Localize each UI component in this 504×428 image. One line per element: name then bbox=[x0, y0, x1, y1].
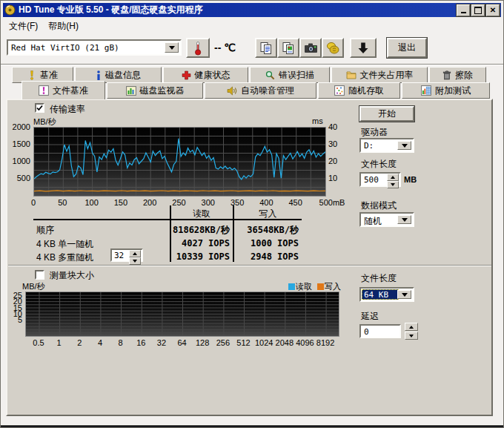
tab-error-scan[interactable]: 错误扫描 bbox=[250, 67, 330, 83]
spin-up-button[interactable] bbox=[387, 174, 399, 181]
menu-bar: 文件(F) 帮助(H) bbox=[4, 19, 500, 33]
copy-image-button[interactable] bbox=[277, 38, 299, 58]
axis-tick-label: 5 bbox=[6, 315, 22, 324]
delay-spin-down-button[interactable] bbox=[405, 332, 418, 340]
tab-label: 错误扫描 bbox=[279, 69, 314, 82]
maximize-icon bbox=[474, 7, 482, 14]
bar-chart-icon bbox=[126, 86, 136, 96]
table-header-read: 读取 bbox=[170, 208, 233, 220]
spin-up-button[interactable] bbox=[129, 250, 141, 257]
block-file-length-select[interactable]: 64 KB bbox=[359, 287, 414, 302]
menu-help[interactable]: 帮助(H) bbox=[43, 19, 84, 34]
minimize-icon bbox=[461, 12, 466, 13]
delay-value: 0 bbox=[364, 327, 369, 337]
block-size-plot bbox=[25, 292, 339, 337]
file-length-label: 文件长度 bbox=[361, 158, 397, 171]
table-row-label: 4 KB 多重随机 bbox=[36, 251, 93, 264]
tab-erase[interactable]: 擦除 bbox=[429, 67, 486, 83]
spin-down-button[interactable] bbox=[387, 181, 399, 188]
drive-select-arrow[interactable] bbox=[397, 141, 411, 150]
axis-tick-label: 200 bbox=[133, 198, 166, 207]
temperature-button[interactable] bbox=[186, 38, 210, 58]
menu-file[interactable]: 文件(F) bbox=[4, 19, 43, 34]
toolbar-separator bbox=[1, 64, 504, 65]
block-size-checkbox[interactable] bbox=[35, 270, 44, 280]
block-chart-y-unit: MB/秒 bbox=[22, 281, 45, 292]
drive-combobox-arrow[interactable] bbox=[165, 42, 179, 53]
start-button-label: 开始 bbox=[378, 108, 396, 120]
axis-tick-label: 50 bbox=[46, 198, 79, 207]
table-cell-write: 36548KB/秒 bbox=[234, 224, 299, 237]
register-button[interactable] bbox=[322, 38, 344, 58]
block-chart-legend: 读取 写入 bbox=[288, 281, 341, 292]
minimize-button[interactable] bbox=[457, 4, 470, 16]
file-length-value: 500 bbox=[364, 175, 379, 185]
tab-random-access[interactable]: 随机存取 bbox=[318, 82, 400, 99]
trash-icon bbox=[442, 70, 451, 80]
delay-label: 延迟 bbox=[361, 310, 379, 323]
exit-button[interactable]: 退出 bbox=[387, 38, 427, 58]
temperature-unit: ℃ bbox=[224, 42, 236, 53]
legend-read-label: 读取 bbox=[296, 282, 312, 291]
axis-tick-label: 100 bbox=[76, 198, 108, 207]
delay-input[interactable]: 0 bbox=[359, 324, 401, 338]
spin-down-button[interactable] bbox=[129, 257, 141, 265]
data-mode-select-arrow[interactable] bbox=[397, 215, 411, 224]
axis-tick-label: 30 bbox=[328, 139, 343, 148]
transfer-rate-checkbox[interactable] bbox=[35, 103, 44, 113]
section-separator bbox=[8, 265, 491, 266]
tab-label: 磁盘监视器 bbox=[140, 85, 185, 97]
tab-aam[interactable]: 自动噪音管理 bbox=[205, 82, 316, 99]
arrow-down-icon bbox=[409, 335, 414, 338]
drive-combobox[interactable]: Red Hat VirtIO (21 gB) bbox=[7, 39, 182, 56]
arrow-up-icon bbox=[409, 326, 414, 329]
maximize-button[interactable] bbox=[471, 4, 485, 16]
block-file-length-arrow[interactable] bbox=[397, 290, 411, 299]
screenshot-button[interactable] bbox=[299, 38, 322, 58]
copy-text-button[interactable] bbox=[255, 38, 277, 58]
close-icon: ✕ bbox=[490, 7, 496, 14]
drive-select[interactable]: D: bbox=[359, 138, 414, 153]
tab-disk-monitor[interactable]: 磁盘监视器 bbox=[107, 82, 203, 99]
axis-tick-label: 8192 bbox=[312, 338, 339, 347]
table-cell-write: 1000 IOPS bbox=[234, 238, 299, 248]
info-icon bbox=[96, 70, 102, 80]
axis-tick-label: 1500 bbox=[4, 139, 30, 148]
queue-depth-value: 32 bbox=[114, 251, 124, 260]
chevron-down-icon bbox=[169, 46, 175, 50]
table-row-label: 4 KB 单一随机 bbox=[36, 238, 93, 251]
save-results-button[interactable] bbox=[350, 38, 377, 58]
thermometer-icon bbox=[193, 41, 202, 56]
file-length-spinbox[interactable]: 500 bbox=[359, 172, 401, 187]
folder-icon bbox=[346, 70, 357, 79]
legend-write-swatch bbox=[317, 283, 324, 290]
block-size-checkbox-label: 测量块大小 bbox=[50, 269, 94, 282]
queue-depth-spinbox[interactable]: 32 bbox=[110, 248, 143, 262]
arrow-up-icon bbox=[391, 176, 395, 179]
tab-label: 基准 bbox=[40, 69, 58, 82]
arrow-up-icon bbox=[133, 252, 137, 255]
delay-spin-up-button[interactable] bbox=[405, 323, 418, 331]
arrow-down-icon bbox=[391, 183, 395, 186]
axis-tick-label: 500 bbox=[4, 174, 30, 182]
app-icon bbox=[4, 4, 16, 16]
tab-health[interactable]: 健康状态 bbox=[163, 67, 248, 83]
tab-folder-usage[interactable]: 文件夹占用率 bbox=[331, 67, 428, 83]
tab-extra-tests[interactable]: 附加测试 bbox=[402, 82, 490, 99]
axis-tick-label: 1000 bbox=[4, 157, 30, 165]
speaker-icon bbox=[227, 86, 237, 96]
health-cross-icon bbox=[182, 70, 191, 80]
axis-tick-label: 10 bbox=[328, 174, 343, 182]
random-dots-icon bbox=[334, 85, 345, 96]
data-mode-value: 随机 bbox=[364, 215, 382, 228]
tab-label: 擦除 bbox=[455, 69, 473, 82]
title-bar[interactable]: HD Tune 专业版 5.50 - 硬盘/固态硬盘实用程序 ✕ bbox=[3, 3, 501, 17]
start-button[interactable]: 开始 bbox=[359, 106, 414, 122]
tab-file-benchmark[interactable]: 文件基准 bbox=[21, 81, 105, 99]
chevron-down-icon bbox=[402, 218, 408, 222]
close-button[interactable]: ✕ bbox=[486, 4, 500, 16]
data-mode-select[interactable]: 随机 bbox=[359, 212, 414, 227]
drive-combobox-value: Red Hat VirtIO (21 gB) bbox=[11, 43, 119, 53]
file-length-spin-buttons bbox=[387, 174, 399, 188]
legend-read-swatch bbox=[288, 283, 295, 290]
